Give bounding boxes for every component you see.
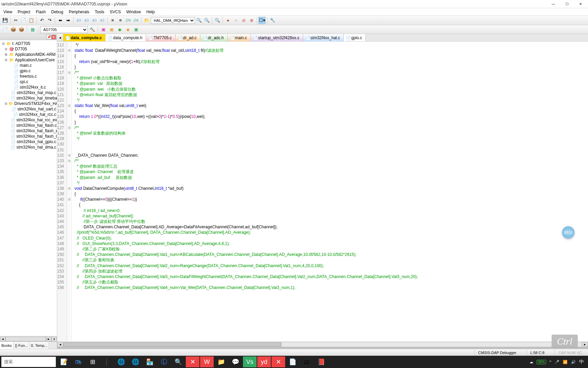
close-button[interactable]: ✕ [574, 1, 587, 7]
save-icon[interactable]: 💾 [1, 17, 9, 24]
code-content[interactable]: */static float DataFilWeightChannel(floa… [72, 42, 418, 341]
tray-up-icon[interactable]: ^ [550, 360, 551, 364]
vs-icon[interactable]: Vs [243, 356, 257, 367]
wechat-icon[interactable]: 💬 [229, 356, 242, 367]
project-tree[interactable]: ⊟📁t: AD7705⊟🎯D7705⊞📁Application/MDK-ARM⊟… [0, 40, 57, 336]
red-x2-icon[interactable]: ✕ [272, 356, 285, 367]
folder-icon[interactable]: 🗂 [300, 356, 314, 367]
tree-item[interactable]: 📄stm32f4xx_hal_timebase [1, 95, 56, 101]
copy-icon[interactable]: 📄 [20, 17, 27, 24]
store-icon[interactable]: 🏪 [143, 356, 157, 367]
maximize-button[interactable]: ☐ [561, 1, 573, 7]
menu-project[interactable]: Project [15, 9, 33, 15]
task-view-icon[interactable]: ⊞ [86, 356, 99, 367]
tree-item[interactable]: ⊟🎯D7705 [1, 46, 56, 52]
tree-item[interactable]: 📄stm32f4xx_hal_dma.c [1, 144, 56, 150]
battery-indicator[interactable]: 99% [537, 360, 546, 364]
debug-icon[interactable]: 🔍 [214, 17, 221, 24]
edge-icon[interactable]: 🌐 [129, 356, 142, 367]
fold-column[interactable]: ⊟⊟⊟⊟⊟⊟⊟⊟ [67, 42, 72, 341]
panel-tab[interactable]: {} Fun... [14, 342, 30, 349]
nav-back-icon[interactable]: ⬅ [56, 17, 64, 24]
ime-indicator[interactable]: 中 [579, 359, 584, 365]
search-app-icon[interactable]: 🔍 [172, 356, 185, 367]
editor-tab[interactable]: 📄dr_ad.c [176, 34, 200, 41]
translate-icon[interactable]: 📄 [1, 26, 9, 33]
manage-icon[interactable]: ▣ [108, 26, 115, 33]
tree-item[interactable]: 📄stm32f4xx_hal_rcc_ex.c [1, 117, 56, 123]
menu-help[interactable]: Help [144, 9, 158, 15]
nav-fwd-icon[interactable]: ➡ [64, 17, 72, 24]
menu-peripherals[interactable]: Peripherals [66, 9, 92, 15]
scroll-menu-icon[interactable]: ▾ [51, 337, 57, 341]
code-editor[interactable]: 1121131141151161171181191201211221231241… [57, 42, 588, 341]
paste-icon[interactable]: 📋 [28, 17, 35, 24]
file-ext-icon[interactable]: ▣ [100, 26, 107, 33]
tree-item[interactable]: ⊞📁Application/MDK-ARM [1, 52, 56, 57]
edge-app-icon[interactable]: 🛍 [71, 356, 85, 367]
onedrive-icon[interactable]: ☁ [529, 360, 533, 364]
tree-item[interactable]: 📄freertos.c [1, 74, 56, 79]
tree-item[interactable]: 📄stm32f4xx_hal_flash_ra [1, 134, 56, 139]
hscroll-left-icon[interactable]: ◄ [57, 342, 63, 347]
outdent-icon[interactable]: ≡ [117, 17, 124, 24]
comment-icon[interactable]: //≡ [125, 17, 132, 24]
editor-tab[interactable]: 📄data_compute.h [105, 34, 146, 41]
app-l-icon[interactable]: Ⓛ [157, 356, 171, 367]
menu-svcs[interactable]: SVCS [107, 9, 124, 15]
youdao-icon[interactable]: yd [257, 356, 271, 367]
select-packs-icon[interactable]: ◆ [116, 26, 124, 33]
tree-item[interactable]: ⊟📁Drivers/STM32F4xx_HAL_D [1, 101, 56, 106]
tree-item[interactable]: 📄stm32f4xx_hal_uart.c [1, 106, 56, 112]
tree-item[interactable]: 📄stm32f4xx_hal_msp.c [1, 90, 56, 95]
redo-icon[interactable]: ↷ [46, 17, 53, 24]
editor-tab[interactable]: 📄dr_adc.h [200, 34, 228, 41]
menu-debug[interactable]: Debug [49, 9, 66, 15]
target-combo[interactable]: AD7705 [40, 26, 88, 33]
menu-tools[interactable]: Tools [92, 9, 107, 15]
editor-hscroll[interactable]: ◄ ► [57, 341, 588, 347]
configure-icon[interactable]: 🔧 [269, 17, 276, 24]
tree-item[interactable]: 📄stm32f4xx_it.c [1, 85, 56, 90]
rebuild-icon[interactable]: 📦 [18, 26, 25, 33]
tree-item[interactable]: 📄stm32f4xx_hal_rcc.c [1, 112, 56, 117]
pin-icon[interactable]: 📌 [46, 35, 51, 40]
undo-icon[interactable]: ↶ [38, 17, 46, 24]
chrome-icon[interactable]: 🌐 [114, 356, 128, 367]
editor-tab[interactable]: 📄data_compute.c [63, 34, 105, 41]
hscroll-track[interactable] [63, 342, 582, 347]
tab-nav-left-icon[interactable]: ◄ [57, 34, 63, 41]
hscroll-right-icon[interactable]: ► [582, 342, 588, 347]
menu-view[interactable]: View [1, 9, 15, 15]
taskbar-search[interactable]: 搜索 [1, 357, 56, 367]
timer-badge[interactable]: 00:10 [562, 226, 574, 239]
wifi-icon[interactable]: 📶 [563, 360, 568, 364]
tree-item[interactable]: 📄stm32f4xx_hal_gpio.c [1, 139, 56, 144]
tree-hscroll[interactable]: ◄ ► ▾ [0, 336, 57, 341]
bookmark-prev-icon[interactable]: 🏷 [83, 17, 90, 24]
mic-icon[interactable]: 🎤 [555, 360, 559, 364]
pack-installer-icon[interactable]: ▣ [132, 26, 140, 33]
batch-build-icon[interactable]: ▦ [29, 26, 36, 33]
target-options-icon[interactable]: 🔨 [88, 26, 96, 33]
tree-item[interactable]: ⊟📁t: AD7705 [1, 41, 56, 46]
window-tile-icon[interactable]: ☐▾ [258, 17, 266, 24]
notepad-icon[interactable]: 📄 [286, 356, 299, 367]
menu-window[interactable]: Window [124, 9, 144, 15]
bookmark-icon[interactable]: 🏷 [75, 17, 82, 24]
build-icon[interactable]: 📦 [10, 26, 17, 33]
indent-icon[interactable]: ≡ [109, 17, 116, 24]
bookmark-next-icon[interactable]: 🏷 [91, 17, 98, 24]
scroll-left-icon[interactable]: ◄ [0, 337, 5, 341]
editor-tab[interactable]: 📄stm32f4xx_hal.c [303, 34, 344, 41]
red-x1-icon[interactable]: ✕ [186, 356, 199, 367]
panel-close-icon[interactable]: ✕ [51, 35, 56, 40]
tree-item[interactable]: 📄stm32f4xx_hal_flash.c [1, 123, 56, 128]
tree-item[interactable]: 📄main.c [1, 63, 56, 68]
uncomment-icon[interactable]: //≡ [132, 17, 140, 24]
hscroll-thumb[interactable] [64, 342, 281, 347]
wps-icon[interactable]: W [200, 356, 214, 367]
tree-item[interactable]: 📄spi.c [1, 79, 56, 85]
find-icon[interactable]: 📁 [143, 17, 150, 24]
minimize-button[interactable]: — [547, 1, 559, 7]
